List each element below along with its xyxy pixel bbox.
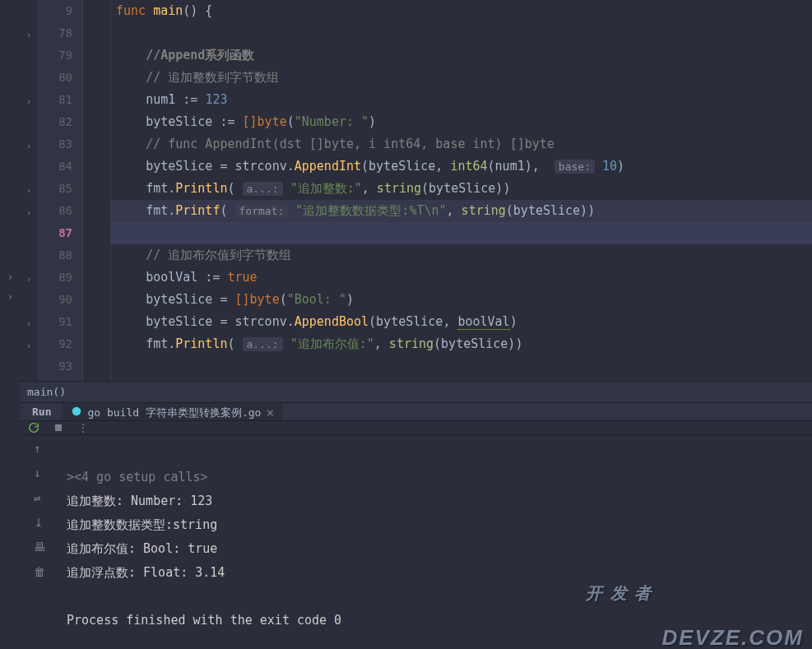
code-line[interactable]: // 追加浮点数到字节数组: [111, 378, 812, 381]
scroll-to-end-icon[interactable]: ⤓: [34, 516, 49, 531]
project-sidebar: › ›: [0, 0, 21, 649]
line-number: 88: [37, 244, 72, 267]
fold-column[interactable]: ››› ››› ››: [21, 0, 37, 381]
code-line[interactable]: num1 := 123: [111, 89, 812, 111]
line-number: 85: [37, 178, 72, 200]
line-number: 89: [37, 267, 72, 289]
line-number: 93: [37, 355, 72, 378]
code-line[interactable]: boolVal := true: [111, 267, 812, 289]
line-number: 81: [37, 89, 72, 111]
line-number: 80: [37, 67, 72, 89]
line-number-current: 87: [37, 222, 72, 244]
print-icon[interactable]: 🖶: [34, 540, 49, 555]
code-line[interactable]: byteSlice = []byte("Bool: "): [111, 289, 812, 311]
line-number: 79: [37, 44, 72, 67]
code-line-current[interactable]: [111, 222, 812, 244]
line-number: 83: [37, 133, 72, 155]
console-exit-line: Process finished with the exit code 0: [67, 613, 341, 628]
console-sidebar: ↑ ↓ ⇌ ⤓ 🖶 🗑: [21, 435, 62, 649]
indent-guide: [82, 0, 111, 381]
soft-wrap-icon[interactable]: ⇌: [34, 491, 49, 506]
console-line: 追加布尔值: Bool: true: [67, 541, 217, 556]
watermark: 开 发 者 DEVZE.COM: [586, 534, 804, 649]
line-number: 91: [37, 311, 72, 333]
code-line[interactable]: // 追加布尔值到字节数组: [111, 244, 812, 267]
stop-icon[interactable]: [52, 421, 65, 434]
console-output[interactable]: ><4 go setup calls> 追加整数: Number: 123 追加…: [62, 435, 812, 649]
line-number: 82: [37, 111, 72, 133]
go-icon: [71, 406, 82, 420]
line-number: 9: [37, 0, 72, 22]
run-tab-label: go build 字符串类型转换案例.go: [87, 406, 261, 420]
code-line[interactable]: func main() {: [111, 0, 812, 22]
more-icon[interactable]: ⋮: [77, 421, 90, 434]
code-line[interactable]: [111, 22, 812, 44]
line-number-gutter: 9 78 79 80 81 82 83 84 85 86 87 88 89 90…: [37, 0, 82, 381]
code-line[interactable]: fmt.Println( a...: "追加整数:", string(byteS…: [111, 178, 812, 200]
line-number: 90: [37, 289, 72, 311]
code-line[interactable]: // 追加整数到字节数组: [111, 67, 812, 89]
line-number: 92: [37, 333, 72, 355]
console-line: 追加浮点数: Float: 3.14: [67, 565, 225, 580]
run-config-tab[interactable]: go build 字符串类型转换案例.go ×: [63, 403, 282, 420]
run-toolbar: ⋮: [21, 421, 812, 435]
chevron-right-icon[interactable]: ›: [7, 271, 13, 283]
svg-rect-1: [55, 424, 62, 431]
svg-point-0: [72, 407, 81, 416]
code-line[interactable]: fmt.Println( a...: "追加布尔值:", string(byte…: [111, 333, 812, 355]
console-line: 追加整数: Number: 123: [67, 494, 212, 508]
code-line[interactable]: fmt.Printf( format: "追加整数数据类型:%T\n", str…: [111, 200, 812, 222]
code-line[interactable]: byteSlice = strconv.AppendBool(byteSlice…: [111, 311, 812, 333]
code-line[interactable]: [111, 355, 812, 378]
console-line: 追加整数数据类型:string: [67, 517, 217, 532]
console-setup-line: ><4 go setup calls>: [67, 470, 208, 484]
line-number: 78: [37, 22, 72, 44]
code-lines[interactable]: func main() { //Append系列函数 // 追加整数到字节数组 …: [111, 0, 812, 381]
up-icon[interactable]: ↑: [34, 442, 49, 457]
trash-icon[interactable]: 🗑: [34, 565, 49, 580]
code-line[interactable]: byteSlice = strconv.AppendInt(byteSlice,…: [111, 155, 812, 178]
down-icon[interactable]: ↓: [34, 466, 49, 481]
code-line[interactable]: //Append系列函数: [111, 44, 812, 67]
code-line[interactable]: // func AppendInt(dst []byte, i int64, b…: [111, 133, 812, 155]
close-icon[interactable]: ×: [266, 405, 274, 420]
code-line[interactable]: byteSlice := []byte("Number: "): [111, 111, 812, 133]
run-tool-label[interactable]: Run: [21, 406, 63, 418]
rerun-icon[interactable]: [27, 421, 40, 434]
chevron-right-icon[interactable]: ›: [7, 291, 13, 303]
line-number: 84: [37, 155, 72, 178]
run-toolwindow: Run go build 字符串类型转换案例.go × ⋮ ↑ ↓ ⇌: [21, 402, 812, 649]
code-editor[interactable]: ››› ››› ›› 9 78 79 80 81 82 83 84 85 86 …: [21, 0, 812, 402]
breadcrumb[interactable]: main(): [21, 381, 812, 402]
line-number: 86: [37, 200, 72, 222]
